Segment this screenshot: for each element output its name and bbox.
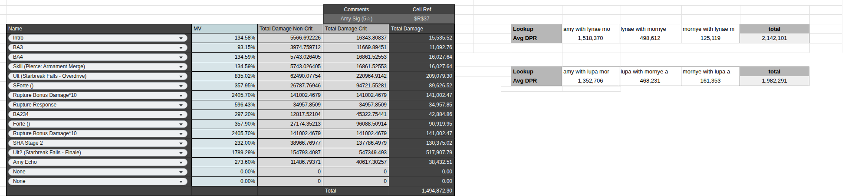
total-damage-cell[interactable]: 141,002.47 bbox=[389, 91, 455, 100]
total-damage-non-crit-cell[interactable]: 38966.76977 bbox=[258, 139, 323, 148]
name-dropdown[interactable]: BA3 bbox=[8, 44, 187, 51]
column-header-mv[interactable]: MV bbox=[192, 24, 258, 33]
total-damage-cell[interactable]: 130,375.02 bbox=[389, 139, 455, 148]
name-cell[interactable]: Forte () bbox=[6, 120, 192, 129]
total-damage-crit-cell[interactable]: 141002.4679 bbox=[323, 91, 389, 100]
total-column-header[interactable]: total bbox=[740, 24, 809, 34]
lookup-label-cell[interactable]: Lookup bbox=[511, 66, 562, 76]
total-damage-non-crit-cell[interactable]: 5566.692226 bbox=[258, 33, 323, 43]
pairing-column-header[interactable]: amy with lynae mo bbox=[562, 24, 619, 34]
total-damage-cell[interactable]: 38,432.51 bbox=[389, 158, 455, 167]
name-cell[interactable]: None bbox=[6, 167, 192, 177]
dpr-value-cell[interactable]: 161,353 bbox=[681, 76, 740, 86]
column-header-total-damage-non-crit[interactable]: Total Damage Non-Crit bbox=[258, 24, 323, 33]
total-damage-non-crit-cell[interactable]: 5743.026405 bbox=[258, 62, 323, 72]
dpr-value-cell[interactable]: 1,518,370 bbox=[562, 33, 619, 43]
name-dropdown[interactable]: None bbox=[8, 178, 187, 185]
name-cell[interactable]: Rupture Bonus Damage*10 bbox=[6, 129, 192, 139]
name-cell[interactable]: None bbox=[6, 177, 192, 186]
total-damage-cell[interactable]: 15,535.52 bbox=[389, 33, 455, 43]
mv-cell[interactable]: 596.43% bbox=[192, 100, 258, 110]
mv-cell[interactable]: 297.20% bbox=[192, 110, 258, 120]
total-damage-non-crit-cell[interactable]: 3974.759712 bbox=[258, 43, 323, 53]
total-damage-non-crit-cell[interactable]: 12817.52104 bbox=[258, 110, 323, 120]
mv-cell[interactable]: 134.59% bbox=[192, 53, 258, 62]
name-dropdown[interactable]: None bbox=[8, 168, 187, 176]
cellref-header-cell[interactable]: Cell Ref bbox=[389, 4, 455, 14]
pairing-column-header[interactable]: lynae with mornye bbox=[619, 24, 681, 34]
name-cell[interactable]: SHA Stage 2 bbox=[6, 139, 192, 148]
total-damage-cell[interactable]: 16,027.64 bbox=[389, 53, 455, 62]
total-damage-non-crit-cell[interactable]: 0 bbox=[258, 167, 323, 177]
total-damage-crit-cell[interactable]: 45322.75441 bbox=[323, 110, 389, 120]
name-cell[interactable]: BA4 bbox=[6, 53, 192, 62]
total-damage-non-crit-cell[interactable]: 5743.026405 bbox=[258, 53, 323, 62]
name-dropdown[interactable]: Amy Echo bbox=[8, 159, 187, 166]
total-value-cell[interactable]: 2,142,101 bbox=[740, 33, 809, 43]
mv-cell[interactable]: 0.00% bbox=[192, 177, 258, 186]
pairing-column-header[interactable]: amy with lupa mor bbox=[562, 66, 619, 76]
total-damage-crit-cell[interactable]: 141002.4679 bbox=[323, 129, 389, 139]
total-damage-cell[interactable]: 16,027.64 bbox=[389, 62, 455, 72]
total-damage-non-crit-cell[interactable]: 141002.4679 bbox=[258, 91, 323, 100]
total-value-cell[interactable]: 1,982,291 bbox=[740, 76, 809, 86]
name-dropdown[interactable]: Skill (Pierce: Armament Merge) bbox=[8, 63, 187, 70]
name-dropdown[interactable]: Rupture Response bbox=[8, 101, 187, 109]
comments-value-cell[interactable]: Amy Sig (5☆) bbox=[323, 14, 390, 24]
total-damage-non-crit-cell[interactable]: 0 bbox=[258, 177, 323, 186]
name-dropdown[interactable]: BA234 bbox=[8, 111, 187, 118]
column-header-total-damage-crit[interactable]: Total Damage Crit bbox=[323, 24, 389, 33]
column-header-total-damage[interactable]: Total Damage bbox=[389, 24, 455, 33]
cellref-value-cell[interactable]: $R$37 bbox=[389, 14, 455, 24]
name-dropdown[interactable]: Rupture Bonus Damage*10 bbox=[8, 92, 187, 99]
mv-cell[interactable]: 134.58% bbox=[192, 33, 258, 43]
total-damage-non-crit-cell[interactable]: 62490.07754 bbox=[258, 72, 323, 81]
total-damage-crit-cell[interactable]: 16343.80837 bbox=[323, 33, 389, 43]
mv-cell[interactable]: 232.00% bbox=[192, 139, 258, 148]
total-row-label-cell[interactable]: Total bbox=[323, 186, 389, 196]
total-damage-cell[interactable]: 517,907.79 bbox=[389, 148, 455, 158]
name-dropdown[interactable]: SHA Stage 2 bbox=[8, 140, 187, 147]
total-damage-cell[interactable]: 42,884.86 bbox=[389, 110, 455, 120]
mv-cell[interactable]: 0.00% bbox=[192, 167, 258, 177]
total-damage-cell[interactable]: 89,626.52 bbox=[389, 81, 455, 91]
dpr-value-cell[interactable]: 498,612 bbox=[619, 33, 681, 43]
mv-cell[interactable]: 273.60% bbox=[192, 158, 258, 167]
pairing-column-header[interactable]: mornye with lynae m bbox=[681, 24, 740, 34]
total-damage-crit-cell[interactable]: 0 bbox=[323, 177, 389, 186]
total-damage-non-crit-cell[interactable]: 26787.76946 bbox=[258, 81, 323, 91]
name-dropdown[interactable]: Ult (Starbreak Falls - Overdrive) bbox=[8, 73, 187, 80]
mv-cell[interactable]: 357.90% bbox=[192, 120, 258, 129]
total-damage-non-crit-cell[interactable]: 154793.4087 bbox=[258, 148, 323, 158]
total-damage-crit-cell[interactable]: 96088.50914 bbox=[323, 120, 389, 129]
total-damage-crit-cell[interactable]: 547349.493 bbox=[323, 148, 389, 158]
mv-cell[interactable]: 835.02% bbox=[192, 72, 258, 81]
dpr-value-cell[interactable]: 125,119 bbox=[681, 33, 740, 43]
total-row-noncrit-cell[interactable] bbox=[258, 186, 323, 196]
total-damage-crit-cell[interactable]: 16861.52553 bbox=[323, 62, 389, 72]
total-damage-cell[interactable]: 0.00 bbox=[389, 177, 455, 186]
total-damage-crit-cell[interactable]: 40617.30257 bbox=[323, 158, 389, 167]
mv-cell[interactable]: 134.59% bbox=[192, 62, 258, 72]
lookup-label-cell[interactable]: Lookup bbox=[511, 24, 562, 34]
name-cell[interactable]: Ult (Starbreak Falls - Overdrive) bbox=[6, 72, 192, 81]
avg-dpr-label-cell[interactable]: Avg DPR bbox=[511, 76, 562, 86]
mv-cell[interactable]: 2405.70% bbox=[192, 129, 258, 139]
total-damage-non-crit-cell[interactable]: 11486.79371 bbox=[258, 158, 323, 167]
total-damage-crit-cell[interactable]: 11669.89451 bbox=[323, 43, 389, 53]
total-damage-cell[interactable]: 34,957.85 bbox=[389, 100, 455, 110]
mv-cell[interactable]: 93.15% bbox=[192, 43, 258, 53]
name-dropdown[interactable]: BA4 bbox=[8, 53, 187, 61]
name-cell[interactable]: SForte () bbox=[6, 81, 192, 91]
name-dropdown[interactable]: Forte () bbox=[8, 120, 187, 128]
total-damage-cell[interactable]: 90,919.95 bbox=[389, 120, 455, 129]
name-cell[interactable]: Ult2 (Starbreak Falls - Finale) bbox=[6, 148, 192, 158]
mv-cell[interactable]: 357.95% bbox=[192, 81, 258, 91]
name-cell[interactable]: BA3 bbox=[6, 43, 192, 53]
mv-cell[interactable]: 1789.29% bbox=[192, 148, 258, 158]
total-row-name-cell[interactable] bbox=[6, 186, 192, 196]
total-damage-cell[interactable]: 11,092.76 bbox=[389, 43, 455, 53]
avg-dpr-label-cell[interactable]: Avg DPR bbox=[511, 33, 562, 43]
total-damage-non-crit-cell[interactable]: 34957.8509 bbox=[258, 100, 323, 110]
total-column-header[interactable]: total bbox=[740, 66, 809, 76]
